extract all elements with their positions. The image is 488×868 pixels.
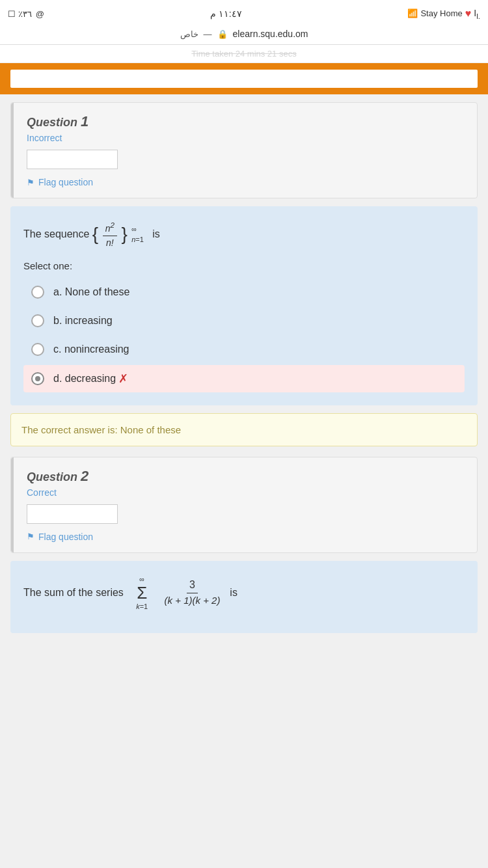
seq-subscript: n=1 [131, 234, 144, 245]
question2-title: Question 2 [27, 468, 467, 485]
option-c-radio[interactable] [31, 343, 44, 356]
question2-status: Correct [27, 487, 467, 498]
sequence-intro: The sequence [23, 228, 89, 239]
sigma-char: Σ [137, 584, 147, 601]
status-time: ١١:٤٧ م [210, 8, 242, 19]
question1-content: The sequence { n2 n! } ∞ n=1 is Select o… [10, 206, 478, 405]
question1-answer-box [27, 150, 118, 169]
wifi-icon: 📶 [407, 8, 418, 18]
sequence-is: is [152, 228, 160, 239]
question2-math-text: The sum of the series ∞ Σ k=1 3 (k + 1)(… [23, 574, 465, 612]
url-text: elearn.squ.edu.om [233, 29, 308, 39]
correct-answer-box: The correct answer is: None of these [10, 413, 478, 446]
sum-denominator: (k + 1)(k + 2) [162, 593, 223, 608]
seq-superscript: ∞ [131, 224, 144, 235]
progress-bar-container [10, 70, 478, 88]
question2-card: Question 2 Correct ⚑ Flag question [10, 457, 478, 553]
question1-flag[interactable]: ⚑ Flag question [27, 177, 467, 187]
time-taken-bar: Time taken 24 mins 21 secs [0, 45, 488, 63]
network-label: Stay Home [420, 8, 462, 18]
question1-title: Question 1 [27, 113, 467, 130]
sum-numerator: 3 [187, 577, 198, 593]
question2-number: 2 [81, 468, 88, 484]
sequence-limits: ∞ n=1 [131, 224, 144, 245]
sequence-brace-open: { [92, 224, 98, 244]
progress-section [0, 63, 488, 94]
address-bar: خاص — 🔒 elearn.squ.edu.om [0, 26, 488, 45]
question2-flag[interactable]: ⚑ Flag question [27, 532, 467, 542]
question1-math-text: The sequence { n2 n! } ∞ n=1 is [23, 219, 465, 250]
dash-separator: — [204, 29, 212, 39]
fraction-denominator: n! [103, 236, 116, 250]
sigma-symbol: ∞ Σ k=1 [136, 574, 148, 612]
question2-answer-box [27, 504, 118, 524]
option-a-radio[interactable] [31, 286, 44, 299]
status-bar: ☐ ٪٣٦ @ ١١:٤٧ م 📶 Stay Home ♥ Il. [0, 0, 488, 26]
status-right: 📶 Stay Home ♥ Il. [407, 8, 480, 20]
sum-intro: The sum of the series [23, 586, 124, 597]
option-c-row[interactable]: c. nonincreasing [23, 336, 465, 362]
question2-content: The sum of the series ∞ Σ k=1 3 (k + 1)(… [10, 561, 478, 633]
sequence-brace-close: } [121, 224, 127, 244]
fraction-numerator: n2 [103, 219, 117, 236]
sigma-sub: k=1 [136, 601, 148, 612]
wrong-mark-icon: ✗ [118, 372, 128, 386]
question1-left-border [11, 103, 14, 198]
sum-is: is [230, 586, 237, 597]
option-d-row[interactable]: d. decreasing ✗ [23, 365, 465, 392]
heart-icon: ♥ [465, 8, 472, 20]
option-b-radio[interactable] [31, 314, 44, 327]
time-display: ١١:٤٧ م [210, 8, 242, 19]
flag-label-2: Flag question [38, 532, 93, 542]
sequence-fraction: n2 n! [103, 219, 117, 250]
status-left: ☐ ٪٣٦ @ [8, 9, 44, 19]
flag-label: Flag question [38, 177, 93, 187]
option-a-row[interactable]: a. None of these [23, 279, 465, 305]
option-d-label: d. decreasing [53, 373, 116, 385]
flag-icon-2: ⚑ [27, 532, 34, 541]
option-d-radio[interactable] [31, 372, 44, 385]
question1-title-word: Question [27, 116, 77, 129]
location-icon: @ [36, 9, 44, 19]
question1-card: Question 1 Incorrect ⚑ Flag question [10, 102, 478, 198]
option-b-label: b. increasing [53, 315, 113, 327]
private-label: خاص [180, 29, 198, 39]
signal-bars-icon: Il. [474, 8, 480, 20]
option-a-label: a. None of these [53, 286, 129, 298]
sum-fraction: 3 (k + 1)(k + 2) [162, 577, 223, 608]
flag-icon: ⚑ [27, 178, 34, 187]
option-c-label: c. nonincreasing [53, 344, 129, 355]
question1-status: Incorrect [27, 133, 467, 143]
question2-title-word: Question [27, 470, 77, 483]
select-one-label: Select one: [23, 260, 465, 271]
correct-answer-text: The correct answer is: None of these [21, 424, 181, 435]
lock-icon: 🔒 [217, 29, 228, 39]
question1-number: 1 [81, 113, 88, 129]
battery-icon: ☐ ٪٣٦ [8, 9, 32, 19]
option-b-row[interactable]: b. increasing [23, 308, 465, 334]
question2-left-border [11, 457, 14, 552]
time-taken-label: Time taken 24 mins 21 secs [191, 49, 296, 59]
